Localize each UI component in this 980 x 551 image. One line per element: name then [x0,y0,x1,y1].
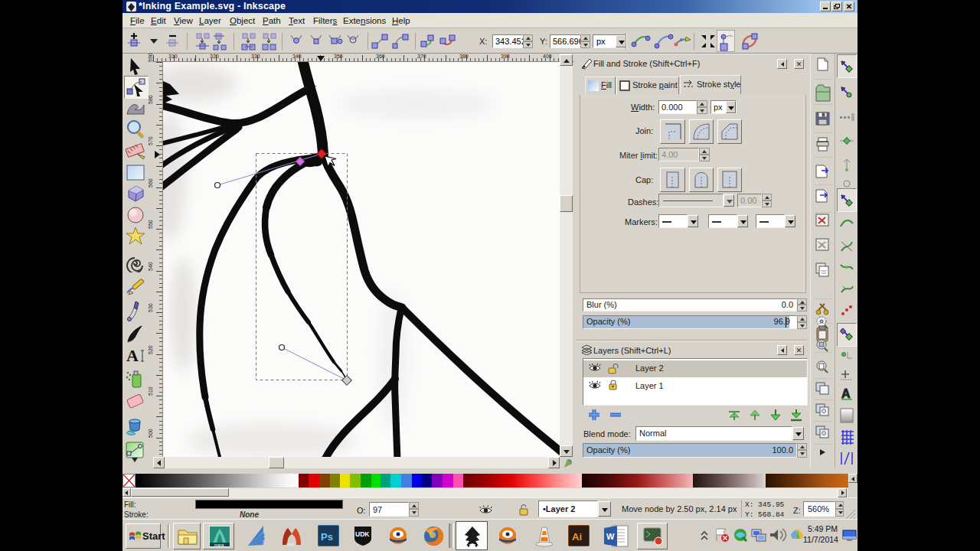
svg-text:A: A [126,346,139,365]
svg-text:UDK: UDK [355,530,370,538]
svg-text:A: A [841,387,851,400]
svg-text:Ai: Ai [572,531,582,543]
svg-text:mud: mud [286,542,294,546]
svg-text:Ps: Ps [321,531,333,543]
svg-text:maya: maya [214,543,224,547]
svg-text:W: W [606,532,615,541]
